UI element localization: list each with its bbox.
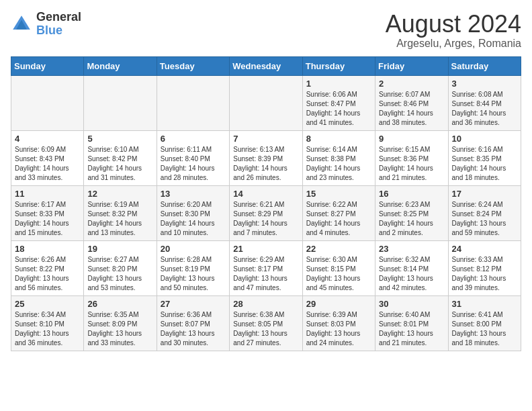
calendar-week-row: 18Sunrise: 6:26 AM Sunset: 8:22 PM Dayli… bbox=[11, 240, 521, 295]
day-number: 30 bbox=[379, 299, 444, 309]
day-info: Sunrise: 6:30 AM Sunset: 8:15 PM Dayligh… bbox=[306, 255, 371, 293]
calendar-day-cell bbox=[11, 75, 84, 130]
day-info: Sunrise: 6:34 AM Sunset: 8:10 PM Dayligh… bbox=[15, 310, 80, 348]
day-info: Sunrise: 6:36 AM Sunset: 8:07 PM Dayligh… bbox=[161, 310, 226, 348]
weekday-header-tuesday: Tuesday bbox=[157, 56, 229, 75]
day-info: Sunrise: 6:06 AM Sunset: 8:47 PM Dayligh… bbox=[306, 90, 371, 128]
title-area: August 2024 Argeselu, Arges, Romania bbox=[386, 11, 521, 50]
calendar-day-cell: 3Sunrise: 6:08 AM Sunset: 8:44 PM Daylig… bbox=[448, 75, 521, 130]
logo: General Blue bbox=[11, 11, 81, 38]
day-info: Sunrise: 6:07 AM Sunset: 8:46 PM Dayligh… bbox=[379, 90, 444, 128]
day-info: Sunrise: 6:38 AM Sunset: 8:05 PM Dayligh… bbox=[233, 310, 298, 348]
day-number: 6 bbox=[161, 134, 226, 144]
weekday-header-friday: Friday bbox=[375, 56, 448, 75]
day-info: Sunrise: 6:33 AM Sunset: 8:12 PM Dayligh… bbox=[452, 255, 517, 293]
day-info: Sunrise: 6:23 AM Sunset: 8:25 PM Dayligh… bbox=[379, 200, 444, 238]
day-info: Sunrise: 6:10 AM Sunset: 8:42 PM Dayligh… bbox=[87, 145, 152, 183]
day-number: 9 bbox=[379, 134, 444, 144]
day-info: Sunrise: 6:22 AM Sunset: 8:27 PM Dayligh… bbox=[306, 200, 371, 238]
calendar-day-cell: 24Sunrise: 6:33 AM Sunset: 8:12 PM Dayli… bbox=[448, 240, 521, 295]
day-number: 26 bbox=[87, 299, 152, 309]
calendar-day-cell: 18Sunrise: 6:26 AM Sunset: 8:22 PM Dayli… bbox=[11, 240, 84, 295]
calendar-day-cell: 6Sunrise: 6:11 AM Sunset: 8:40 PM Daylig… bbox=[157, 130, 229, 185]
calendar-day-cell: 20Sunrise: 6:28 AM Sunset: 8:19 PM Dayli… bbox=[157, 240, 229, 295]
calendar-day-cell bbox=[157, 75, 229, 130]
location-label: Argeselu, Arges, Romania bbox=[386, 38, 521, 50]
day-info: Sunrise: 6:15 AM Sunset: 8:36 PM Dayligh… bbox=[379, 145, 444, 183]
calendar-header: SundayMondayTuesdayWednesdayThursdayFrid… bbox=[11, 56, 521, 75]
day-number: 14 bbox=[233, 189, 298, 199]
weekday-header-monday: Monday bbox=[84, 56, 157, 75]
day-number: 10 bbox=[452, 134, 517, 144]
day-number: 31 bbox=[452, 299, 517, 309]
day-number: 11 bbox=[15, 189, 80, 199]
calendar-day-cell: 7Sunrise: 6:13 AM Sunset: 8:39 PM Daylig… bbox=[230, 130, 302, 185]
day-info: Sunrise: 6:24 AM Sunset: 8:24 PM Dayligh… bbox=[452, 200, 517, 238]
day-number: 17 bbox=[452, 189, 517, 199]
day-info: Sunrise: 6:16 AM Sunset: 8:35 PM Dayligh… bbox=[452, 145, 517, 183]
day-number: 28 bbox=[233, 299, 298, 309]
day-info: Sunrise: 6:35 AM Sunset: 8:09 PM Dayligh… bbox=[87, 310, 152, 348]
month-year-title: August 2024 bbox=[386, 11, 521, 38]
day-info: Sunrise: 6:13 AM Sunset: 8:39 PM Dayligh… bbox=[233, 145, 298, 183]
day-number: 8 bbox=[306, 134, 371, 144]
calendar-day-cell: 14Sunrise: 6:21 AM Sunset: 8:29 PM Dayli… bbox=[230, 185, 302, 240]
day-number: 20 bbox=[161, 244, 226, 254]
weekday-header-saturday: Saturday bbox=[448, 56, 521, 75]
day-info: Sunrise: 6:21 AM Sunset: 8:29 PM Dayligh… bbox=[233, 200, 298, 238]
weekday-header-sunday: Sunday bbox=[11, 56, 84, 75]
calendar-day-cell: 21Sunrise: 6:29 AM Sunset: 8:17 PM Dayli… bbox=[230, 240, 302, 295]
calendar-body: 1Sunrise: 6:06 AM Sunset: 8:47 PM Daylig… bbox=[11, 75, 521, 351]
calendar-day-cell: 10Sunrise: 6:16 AM Sunset: 8:35 PM Dayli… bbox=[448, 130, 521, 185]
calendar-day-cell: 28Sunrise: 6:38 AM Sunset: 8:05 PM Dayli… bbox=[230, 295, 302, 351]
calendar-day-cell: 29Sunrise: 6:39 AM Sunset: 8:03 PM Dayli… bbox=[302, 295, 375, 351]
day-info: Sunrise: 6:09 AM Sunset: 8:43 PM Dayligh… bbox=[15, 145, 80, 183]
day-number: 15 bbox=[306, 189, 371, 199]
day-info: Sunrise: 6:32 AM Sunset: 8:14 PM Dayligh… bbox=[379, 255, 444, 293]
calendar-week-row: 4Sunrise: 6:09 AM Sunset: 8:43 PM Daylig… bbox=[11, 130, 521, 185]
calendar-day-cell: 4Sunrise: 6:09 AM Sunset: 8:43 PM Daylig… bbox=[11, 130, 84, 185]
calendar-day-cell: 27Sunrise: 6:36 AM Sunset: 8:07 PM Dayli… bbox=[157, 295, 229, 351]
logo-icon bbox=[11, 13, 32, 35]
day-number: 23 bbox=[379, 244, 444, 254]
day-number: 19 bbox=[87, 244, 152, 254]
calendar-day-cell: 17Sunrise: 6:24 AM Sunset: 8:24 PM Dayli… bbox=[448, 185, 521, 240]
day-info: Sunrise: 6:26 AM Sunset: 8:22 PM Dayligh… bbox=[15, 255, 80, 293]
calendar-day-cell: 2Sunrise: 6:07 AM Sunset: 8:46 PM Daylig… bbox=[375, 75, 448, 130]
calendar-day-cell: 16Sunrise: 6:23 AM Sunset: 8:25 PM Dayli… bbox=[375, 185, 448, 240]
calendar-week-row: 1Sunrise: 6:06 AM Sunset: 8:47 PM Daylig… bbox=[11, 75, 521, 130]
day-number: 7 bbox=[233, 134, 298, 144]
day-info: Sunrise: 6:19 AM Sunset: 8:32 PM Dayligh… bbox=[87, 200, 152, 238]
day-number: 25 bbox=[15, 299, 80, 309]
day-info: Sunrise: 6:27 AM Sunset: 8:20 PM Dayligh… bbox=[87, 255, 152, 293]
day-number: 1 bbox=[306, 79, 371, 89]
day-info: Sunrise: 6:28 AM Sunset: 8:19 PM Dayligh… bbox=[161, 255, 226, 293]
calendar-week-row: 11Sunrise: 6:17 AM Sunset: 8:33 PM Dayli… bbox=[11, 185, 521, 240]
calendar-day-cell: 15Sunrise: 6:22 AM Sunset: 8:27 PM Dayli… bbox=[302, 185, 375, 240]
day-number: 2 bbox=[379, 79, 444, 89]
calendar-day-cell: 22Sunrise: 6:30 AM Sunset: 8:15 PM Dayli… bbox=[302, 240, 375, 295]
calendar-day-cell bbox=[230, 75, 302, 130]
day-info: Sunrise: 6:29 AM Sunset: 8:17 PM Dayligh… bbox=[233, 255, 298, 293]
day-info: Sunrise: 6:11 AM Sunset: 8:40 PM Dayligh… bbox=[161, 145, 226, 183]
calendar-week-row: 25Sunrise: 6:34 AM Sunset: 8:10 PM Dayli… bbox=[11, 295, 521, 351]
day-number: 22 bbox=[306, 244, 371, 254]
day-number: 29 bbox=[306, 299, 371, 309]
logo-text: General Blue bbox=[36, 11, 81, 38]
day-number: 3 bbox=[452, 79, 517, 89]
day-number: 16 bbox=[379, 189, 444, 199]
calendar-day-cell: 26Sunrise: 6:35 AM Sunset: 8:09 PM Dayli… bbox=[84, 295, 157, 351]
calendar-day-cell: 8Sunrise: 6:14 AM Sunset: 8:38 PM Daylig… bbox=[302, 130, 375, 185]
calendar-table: SundayMondayTuesdayWednesdayThursdayFrid… bbox=[11, 56, 521, 351]
day-number: 24 bbox=[452, 244, 517, 254]
calendar-day-cell: 12Sunrise: 6:19 AM Sunset: 8:32 PM Dayli… bbox=[84, 185, 157, 240]
day-number: 4 bbox=[15, 134, 80, 144]
day-number: 21 bbox=[233, 244, 298, 254]
day-number: 12 bbox=[87, 189, 152, 199]
day-info: Sunrise: 6:17 AM Sunset: 8:33 PM Dayligh… bbox=[15, 200, 80, 238]
calendar-day-cell: 23Sunrise: 6:32 AM Sunset: 8:14 PM Dayli… bbox=[375, 240, 448, 295]
weekday-header-wednesday: Wednesday bbox=[230, 56, 302, 75]
day-info: Sunrise: 6:20 AM Sunset: 8:30 PM Dayligh… bbox=[161, 200, 226, 238]
calendar-day-cell: 19Sunrise: 6:27 AM Sunset: 8:20 PM Dayli… bbox=[84, 240, 157, 295]
calendar-day-cell: 30Sunrise: 6:40 AM Sunset: 8:01 PM Dayli… bbox=[375, 295, 448, 351]
